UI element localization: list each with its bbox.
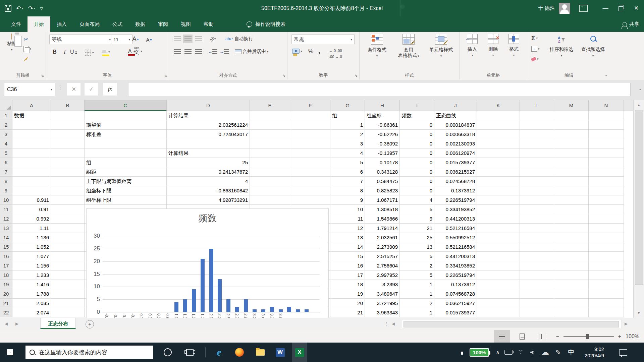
- cell-G3[interactable]: 2: [330, 130, 365, 139]
- cell-D5[interactable]: 计算结果: [167, 148, 250, 158]
- scroll-up-icon[interactable]: ▲: [634, 101, 644, 109]
- column-header-N[interactable]: N: [589, 100, 624, 111]
- cell-E5[interactable]: [250, 148, 290, 158]
- cell-I16[interactable]: 5: [400, 252, 434, 261]
- sheet-nav-prev-icon[interactable]: ◀: [5, 318, 8, 330]
- cell-G9[interactable]: 8: [330, 186, 365, 195]
- cell-M22[interactable]: [554, 308, 589, 317]
- sort-filter-button[interactable]: AZ 排序和筛选▾: [547, 34, 576, 59]
- row-header-4[interactable]: 4: [0, 139, 12, 148]
- cell-K16[interactable]: [477, 252, 520, 261]
- ribbon-tab-8[interactable]: 视图: [174, 16, 197, 32]
- row-header-6[interactable]: 6: [0, 158, 12, 167]
- ribbon-tab-9[interactable]: 帮助: [197, 16, 220, 32]
- cell-J12[interactable]: 0.441200313: [434, 214, 477, 224]
- cell-styles-button[interactable]: 单元格样式▾: [425, 34, 457, 59]
- cell-H22[interactable]: 3.963343: [365, 308, 400, 317]
- chart-bar-18[interactable]: [253, 309, 257, 312]
- cell-N16[interactable]: [589, 252, 624, 261]
- bold-button[interactable]: B: [51, 47, 59, 56]
- cell-H17[interactable]: 2.756604: [365, 261, 400, 270]
- cell-L2[interactable]: [520, 120, 554, 130]
- cell-L6[interactable]: [520, 158, 554, 167]
- cell-K20[interactable]: [477, 289, 520, 299]
- cell-N3[interactable]: [589, 130, 624, 139]
- cell-L12[interactable]: [520, 214, 554, 224]
- cell-J10[interactable]: 0.226519794: [434, 195, 477, 205]
- cell-L7[interactable]: [520, 167, 554, 177]
- cell-J4[interactable]: 0.002130093: [434, 139, 477, 148]
- page-layout-view-button[interactable]: [514, 330, 530, 343]
- cell-M20[interactable]: [554, 289, 589, 299]
- cell-B21[interactable]: [51, 299, 85, 308]
- cell-I2[interactable]: 0: [400, 120, 434, 130]
- cell-N6[interactable]: [589, 158, 624, 167]
- chart-bar-16[interactable]: [235, 307, 239, 312]
- cell-E2[interactable]: [250, 120, 290, 130]
- cell-D1[interactable]: 计算结果: [167, 111, 250, 120]
- cell-A13[interactable]: 1.11: [12, 224, 51, 233]
- cell-B11[interactable]: [51, 205, 85, 214]
- wrap-text-button[interactable]: ab↵ 自动换行: [225, 36, 253, 42]
- cell-H16[interactable]: 2.515257: [365, 252, 400, 261]
- cell-J16[interactable]: 0.441200313: [434, 252, 477, 261]
- pen-icon[interactable]: ✎: [553, 343, 564, 362]
- cell-K9[interactable]: [477, 186, 520, 195]
- cell-H2[interactable]: -0.86361: [365, 120, 400, 130]
- fill-button[interactable]: ↓▾: [531, 46, 540, 52]
- user-name[interactable]: 于 德浩: [538, 5, 555, 11]
- tray-expand-icon[interactable]: ∧: [493, 343, 502, 362]
- cell-L15[interactable]: [520, 242, 554, 252]
- cell-M5[interactable]: [554, 148, 589, 158]
- alignment-dialog-launcher[interactable]: ⇘: [282, 73, 285, 78]
- close-button[interactable]: ✕: [629, 0, 644, 16]
- cell-C1[interactable]: [85, 111, 167, 120]
- cell-H1[interactable]: 组坐标: [365, 111, 400, 120]
- cell-M1[interactable]: [554, 111, 589, 120]
- speaker-icon[interactable]: ): [527, 343, 537, 362]
- cell-L13[interactable]: [520, 224, 554, 233]
- cell-I11[interactable]: 5: [400, 205, 434, 214]
- cell-L4[interactable]: [520, 139, 554, 148]
- normal-view-button[interactable]: [494, 330, 510, 343]
- cell-L1[interactable]: [520, 111, 554, 120]
- cell-B1[interactable]: [51, 111, 85, 120]
- firefox-button[interactable]: [232, 343, 247, 362]
- format-as-table-button[interactable]: 套用表格格式 ▾: [393, 34, 424, 59]
- chart-bar-13[interactable]: [209, 249, 213, 312]
- cell-A18[interactable]: 1.233: [12, 270, 51, 280]
- horizontal-scroll-thumb[interactable]: [404, 321, 619, 327]
- chart-bar-15[interactable]: [226, 299, 230, 312]
- fill-color-button[interactable]: ▾: [102, 47, 110, 56]
- cell-I18[interactable]: 5: [400, 270, 434, 280]
- cell-L18[interactable]: [520, 270, 554, 280]
- cell-J8[interactable]: 0.074568728: [434, 177, 477, 186]
- chart-bar-23[interactable]: [296, 309, 300, 312]
- cell-A12[interactable]: 0.992: [12, 214, 51, 224]
- cell-G22[interactable]: 21: [330, 308, 365, 317]
- chart-bar-14[interactable]: [218, 279, 222, 312]
- cell-F3[interactable]: [290, 130, 330, 139]
- cell-N15[interactable]: [589, 242, 624, 252]
- number-dialog-launcher[interactable]: ⇘: [355, 73, 358, 78]
- cell-A19[interactable]: 1.416: [12, 280, 51, 289]
- increase-decimal-button[interactable]: ←.0 .00: [329, 49, 342, 53]
- cell-L11[interactable]: [520, 205, 554, 214]
- cell-L8[interactable]: [520, 177, 554, 186]
- row-header-21[interactable]: 21: [0, 299, 12, 308]
- cell-M6[interactable]: [554, 158, 589, 167]
- row-header-20[interactable]: 20: [0, 289, 12, 299]
- cell-I9[interactable]: 0: [400, 186, 434, 195]
- cell-B2[interactable]: [51, 120, 85, 130]
- start-button[interactable]: [0, 343, 20, 362]
- decrease-indent-button[interactable]: ←: [208, 47, 217, 56]
- cell-L22[interactable]: [520, 308, 554, 317]
- cell-H5[interactable]: -0.13957: [365, 148, 400, 158]
- cell-B3[interactable]: [51, 130, 85, 139]
- cell-K2[interactable]: [477, 120, 520, 130]
- tell-me-search[interactable]: 操作说明搜索: [247, 16, 285, 32]
- format-painter-button[interactable]: [23, 57, 29, 62]
- cell-I4[interactable]: 0: [400, 139, 434, 148]
- cell-M2[interactable]: [554, 120, 589, 130]
- edge-button[interactable]: e: [212, 343, 226, 362]
